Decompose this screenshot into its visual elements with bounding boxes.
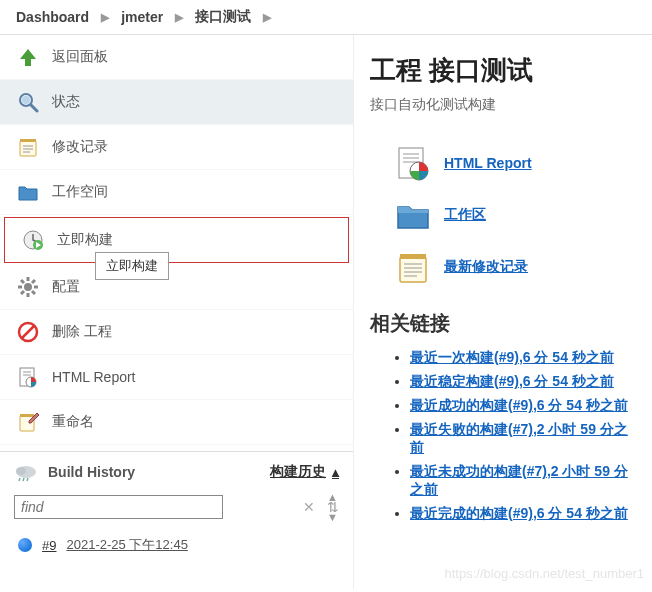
nav-changes[interactable]: 修改记录 (0, 125, 353, 170)
build-search-input[interactable] (14, 495, 223, 519)
clock-play-icon (21, 228, 45, 252)
clear-icon[interactable]: ✕ (303, 499, 315, 515)
nav-build-now[interactable]: 立即构建 立即构建 (4, 217, 349, 263)
svg-line-17 (21, 291, 24, 294)
related-link[interactable]: 最近一次构建(#9),6 分 54 秒之前 (410, 349, 614, 365)
chevron-right-icon: ▶ (101, 11, 109, 24)
resource-label: 工作区 (444, 206, 486, 224)
nav-configure[interactable]: 配置 (0, 265, 353, 310)
watermark: https://blog.csdn.net/test_number1 (445, 566, 644, 581)
svg-rect-37 (400, 257, 426, 282)
arrow-down-icon: ▼ (327, 512, 339, 522)
sort-arrows[interactable]: ▲ ⇅ ▼ (327, 492, 339, 522)
nav-workspace[interactable]: 工作空间 (0, 170, 353, 215)
breadcrumb: Dashboard ▶ jmeter ▶ 接口测试 ▶ (0, 0, 652, 35)
resource-workspace[interactable]: 工作区 (394, 196, 636, 234)
nav-label: HTML Report (52, 369, 136, 385)
report-icon (16, 365, 40, 389)
nav-label: 状态 (52, 93, 80, 111)
notepad-icon (394, 248, 432, 286)
nav-rename[interactable]: 重命名 (0, 400, 353, 445)
breadcrumb-item[interactable]: 接口测试 (195, 8, 251, 26)
nav-label: 工作空间 (52, 183, 108, 201)
magnifier-icon (16, 90, 40, 114)
svg-point-28 (16, 467, 26, 475)
svg-rect-38 (400, 254, 426, 259)
report-icon (394, 144, 432, 182)
svg-line-29 (19, 478, 20, 481)
build-history-panel: Build History 构建历史 ▴ ✕ ▲ ⇅ ▼ (0, 451, 353, 572)
chevron-up-icon: ▴ (332, 464, 339, 480)
related-link[interactable]: 最近稳定构建(#9),6 分 54 秒之前 (410, 373, 614, 389)
nav-label: 立即构建 (57, 231, 113, 249)
svg-line-31 (27, 478, 28, 481)
nav-delete[interactable]: 删除 工程 (0, 310, 353, 355)
notepad-icon (16, 135, 40, 159)
resource-changes[interactable]: 最新修改记录 (394, 248, 636, 286)
nav-back[interactable]: 返回面板 (0, 35, 353, 80)
svg-point-1 (22, 96, 30, 104)
svg-line-15 (21, 280, 24, 283)
page-subtitle: 接口自动化测试构建 (370, 96, 636, 114)
build-row[interactable]: #9 2021-2-25 下午12:45 (14, 528, 339, 562)
resource-label: HTML Report (444, 155, 532, 171)
nav-label: 配置 (52, 278, 80, 296)
tooltip: 立即构建 (95, 252, 169, 280)
nav-html-report[interactable]: HTML Report (0, 355, 353, 400)
build-history-title: Build History (48, 464, 135, 480)
main-content: 工程 接口测试 接口自动化测试构建 HTML Report 工作区 最新修改记录 (354, 35, 652, 589)
build-number-link[interactable]: #9 (42, 538, 56, 553)
svg-line-16 (32, 291, 35, 294)
svg-rect-4 (20, 139, 36, 142)
build-status-ball-icon (18, 538, 32, 552)
related-link[interactable]: 最近未成功的构建(#7),2 小时 59 分之前 (410, 463, 628, 497)
build-date-link[interactable]: 2021-2-25 下午12:45 (66, 536, 187, 554)
svg-line-2 (31, 105, 37, 111)
gear-icon (16, 275, 40, 299)
related-links-heading: 相关链接 (370, 310, 636, 337)
related-link[interactable]: 最近完成的构建(#9),6 分 54 秒之前 (410, 505, 628, 521)
build-history-link[interactable]: 构建历史 ▴ (270, 463, 339, 481)
weather-icon (14, 462, 38, 482)
edit-notepad-icon (16, 410, 40, 434)
nav-label: 返回面板 (52, 48, 108, 66)
breadcrumb-item[interactable]: Dashboard (16, 9, 89, 25)
svg-line-18 (32, 280, 35, 283)
folder-icon (16, 180, 40, 204)
up-arrow-icon (16, 45, 40, 69)
related-link[interactable]: 最近失败的构建(#7),2 小时 59 分之前 (410, 421, 628, 455)
chevron-right-icon: ▶ (175, 11, 183, 24)
sidebar: 返回面板 状态 修改记录 工作空间 (0, 35, 354, 589)
svg-line-20 (22, 326, 34, 338)
breadcrumb-item[interactable]: jmeter (121, 9, 163, 25)
prohibited-icon (16, 320, 40, 344)
svg-rect-26 (20, 414, 34, 417)
resource-label: 最新修改记录 (444, 258, 528, 276)
nav-label: 重命名 (52, 413, 94, 431)
nav-label: 删除 工程 (52, 323, 112, 341)
nav-status[interactable]: 状态 (0, 80, 353, 125)
resource-html-report[interactable]: HTML Report (394, 144, 636, 182)
svg-line-30 (23, 478, 24, 481)
chevron-right-icon: ▶ (263, 11, 271, 24)
nav-label: 修改记录 (52, 138, 108, 156)
folder-icon (394, 196, 432, 234)
svg-point-10 (24, 283, 32, 291)
related-link[interactable]: 最近成功的构建(#9),6 分 54 秒之前 (410, 397, 628, 413)
page-title: 工程 接口测试 (370, 53, 636, 88)
